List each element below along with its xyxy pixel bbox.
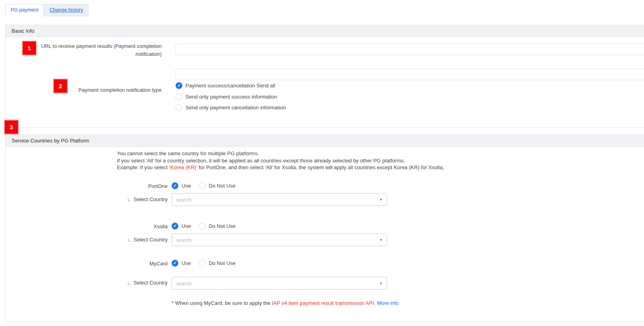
notif-option-cancel-only: Send only payment cancellation informati…: [176, 104, 286, 111]
radio-unchecked-icon[interactable]: [199, 182, 205, 189]
platform-name-mycard: MyCard: [112, 261, 168, 267]
mycard-do-not-use-label[interactable]: Do Not Use: [209, 260, 235, 266]
mycard-use-radios: Use Do Not Use: [172, 259, 235, 267]
chevron-down-icon: ▾: [375, 198, 387, 202]
xsolla-country-search-input[interactable]: [172, 234, 375, 246]
more-info-link[interactable]: More info: [377, 300, 399, 306]
mycard-country-search-input[interactable]: [172, 277, 375, 289]
service-countries-header: Service Countries by PG Platform: [6, 135, 644, 147]
basic-info-header: Basic Info: [6, 25, 644, 37]
mycard-country-select[interactable]: ▾: [172, 277, 387, 290]
tab-pg-payment[interactable]: PG payment: [5, 4, 44, 16]
radio-checked-icon[interactable]: [172, 260, 178, 267]
mycard-api-footnote: * When using MyCard, be sure to apply th…: [172, 300, 399, 306]
step-badge-1: 1: [22, 41, 37, 55]
portone-country-select[interactable]: ▾: [172, 193, 387, 206]
payment-result-url-input[interactable]: [176, 43, 644, 55]
radio-checked-icon[interactable]: [172, 223, 178, 229]
portone-do-not-use-label[interactable]: Do Not Use: [209, 183, 235, 189]
xsolla-use-radios: Use Do Not Use: [172, 222, 235, 229]
tab-change-history-label: Change history: [49, 7, 83, 13]
chevron-down-icon: ▾: [375, 281, 387, 285]
step-badge-3: 3: [4, 120, 19, 134]
notif-option-send-all: Payment success/cancellation Send all: [176, 82, 275, 89]
iap-api-text: IAP v4 item payment result transmission …: [272, 300, 375, 306]
url-field-label: URL to receive payment results (Payment …: [38, 42, 162, 58]
xsolla-do-not-use-label[interactable]: Do Not Use: [209, 223, 235, 229]
radio-unchecked-icon[interactable]: [176, 104, 182, 111]
instruction-line-3-prefix: Example: If you select: [117, 164, 169, 170]
portone-country-search-input[interactable]: [172, 194, 375, 205]
instruction-line-3: Example: If you select ‘Korea (KR)’ for …: [117, 164, 444, 171]
country-selection-instructions: You cannot select the same country for m…: [117, 150, 444, 171]
notif-option-success-only-label[interactable]: Send only payment success information: [186, 94, 277, 100]
portone-use-radios: Use Do Not Use: [172, 182, 235, 189]
notif-option-cancel-only-label[interactable]: Send only payment cancellation informati…: [186, 105, 286, 111]
mycard-select-country-label: ∟ Select Country: [112, 280, 168, 286]
notif-option-send-all-label[interactable]: Payment success/cancellation Send all: [186, 83, 275, 89]
portone-use-label[interactable]: Use: [182, 183, 191, 189]
instruction-line-1: You cannot select the same country for m…: [117, 150, 444, 157]
instruction-line-2: If you select ‘All’ for a country select…: [117, 157, 444, 164]
pg-payment-settings-page: PG payment Change history Basic Info 1 2…: [0, 0, 644, 326]
mycard-use-label[interactable]: Use: [182, 260, 191, 266]
instruction-line-3-suffix: for PortOne, and then select ‘All’ for X…: [197, 164, 444, 170]
tab-change-history[interactable]: Change history: [44, 4, 89, 16]
radio-checked-icon[interactable]: [176, 82, 182, 89]
radio-unchecked-icon[interactable]: [199, 260, 205, 267]
step-badge-2: 2: [53, 79, 68, 93]
payment-result-url-input-2[interactable]: [176, 69, 644, 80]
xsolla-select-country-label: ∟ Select Country: [112, 237, 168, 243]
radio-checked-icon[interactable]: [172, 182, 178, 189]
platform-name-xsolla: Xsolla: [112, 223, 168, 229]
xsolla-use-label[interactable]: Use: [182, 223, 191, 229]
notif-option-success-only: Send only payment success information: [176, 93, 277, 100]
platform-name-portone: PortOne: [112, 183, 168, 189]
footnote-prefix: * When using MyCard, be sure to apply th…: [172, 300, 272, 306]
xsolla-country-select[interactable]: ▾: [172, 233, 387, 246]
korea-kr-highlight: ‘Korea (KR)’: [169, 164, 197, 170]
radio-unchecked-icon[interactable]: [176, 93, 182, 100]
tab-pg-payment-label: PG payment: [11, 7, 38, 13]
radio-unchecked-icon[interactable]: [199, 223, 205, 229]
portone-select-country-label: ∟ Select Country: [112, 196, 168, 202]
chevron-down-icon: ▾: [375, 238, 387, 242]
